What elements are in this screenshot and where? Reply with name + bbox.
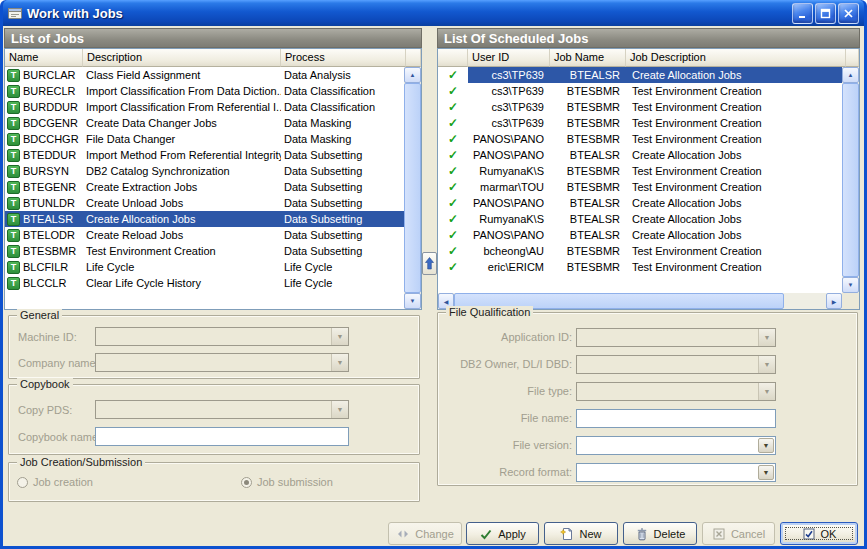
- file-type-combo: ▼: [576, 382, 776, 401]
- change-button: Change: [388, 522, 462, 545]
- jobs-table-row[interactable]: TBLCFILRLife CycleLife Cycle: [5, 259, 404, 275]
- apply-button[interactable]: Apply: [466, 522, 539, 545]
- scheduled-check-icon: ✓: [438, 227, 468, 243]
- scheduled-table-row[interactable]: ✓PANOS\PANOBTESBMRTest Environment Creat…: [438, 131, 842, 147]
- job-description-cell: Import Classification From Referential I…: [83, 99, 281, 115]
- app-icon: [7, 5, 23, 21]
- job-process-cell: Data Subsetting: [281, 243, 404, 259]
- scroll-down-icon[interactable]: ▼: [404, 293, 421, 309]
- jobs-table-row[interactable]: TBDCGENRCreate Data Changer JobsData Mas…: [5, 115, 404, 131]
- job-process-cell: Data Classification: [281, 83, 404, 99]
- chevron-down-icon[interactable]: ▼: [758, 465, 774, 480]
- scheduled-table-row[interactable]: ✓bcheong\AUBTESBMRTest Environment Creat…: [438, 243, 842, 259]
- scheduled-table-row[interactable]: ✓eric\ERICMBTESBMRTest Environment Creat…: [438, 259, 842, 275]
- jobs-table-row[interactable]: TBTEALSRCreate Allocation JobsData Subse…: [5, 211, 404, 227]
- delete-button-label: Delete: [654, 528, 686, 540]
- job-type-icon: T: [7, 101, 20, 114]
- scheduled-table-row[interactable]: ✓cs3\TP639BTEALSRCreate Allocation Jobs: [438, 67, 842, 83]
- job-creation-radio: Job creation: [17, 476, 93, 488]
- jobs-table-row[interactable]: TBURSYNDB2 Catalog SynchronizationData S…: [5, 163, 404, 179]
- new-button-label: New: [579, 528, 601, 540]
- jobs-table-row[interactable]: TBTEGENRCreate Extraction JobsData Subse…: [5, 179, 404, 195]
- job-name-cell: BTESBMR: [550, 115, 626, 131]
- title-bar[interactable]: Work with Jobs: [3, 0, 864, 26]
- job-process-cell: Data Masking: [281, 115, 404, 131]
- scheduled-table-row[interactable]: ✓cs3\TP639BTESBMRTest Environment Creati…: [438, 83, 842, 99]
- file-version-combo[interactable]: ▼: [576, 436, 776, 455]
- job-name-cell: TBTEGENR: [5, 179, 83, 195]
- minimize-icon: [797, 8, 808, 19]
- jobs-table-row[interactable]: TBURCLARClass Field AssignmentData Analy…: [5, 67, 404, 83]
- scheduled-table-row[interactable]: ✓marmar\TOUBTESBMRTest Environment Creat…: [438, 179, 842, 195]
- scheduled-jobs-header: List Of Scheduled Jobs: [437, 28, 860, 48]
- scheduled-jobs-title: List Of Scheduled Jobs: [444, 31, 588, 46]
- record-format-combo[interactable]: ▼: [576, 463, 776, 482]
- new-button[interactable]: New: [544, 522, 618, 545]
- scheduled-table-row[interactable]: ✓PANOS\PANOBTEALSRCreate Allocation Jobs: [438, 195, 842, 211]
- maximize-button[interactable]: [815, 3, 836, 24]
- scroll-down-icon[interactable]: ▼: [842, 277, 859, 293]
- job-name-cell: TBLCFILR: [5, 259, 83, 275]
- scheduled-table-row[interactable]: ✓RumyanaK\SBTEALSRCreate Allocation Jobs: [438, 211, 842, 227]
- user-id-cell: cs3\TP639: [468, 83, 550, 99]
- work-with-jobs-window: Work with Jobs List of Jobs List Of Sche…: [0, 0, 867, 549]
- scheduled-check-icon: ✓: [438, 147, 468, 163]
- jobs-table-row[interactable]: TBTESBMRTest Environment CreationData Su…: [5, 243, 404, 259]
- column-header-process[interactable]: Process: [281, 49, 406, 67]
- schedule-job-button[interactable]: [422, 252, 437, 275]
- job-description-cell: Import Method From Referential Integrity: [83, 147, 281, 163]
- job-description-cell: DB2 Catalog Synchronization: [83, 163, 281, 179]
- ok-button[interactable]: OK: [780, 522, 858, 545]
- column-header-name[interactable]: Name: [5, 49, 83, 67]
- scheduled-table-row[interactable]: ✓cs3\TP639BTESBMRTest Environment Creati…: [438, 99, 842, 115]
- job-type-icon: T: [7, 181, 20, 194]
- scroll-up-icon[interactable]: ▲: [842, 67, 859, 83]
- scroll-thumb[interactable]: [842, 83, 859, 277]
- jobs-table-row[interactable]: TBURDDURImport Classification From Refer…: [5, 99, 404, 115]
- scroll-up-icon[interactable]: ▲: [404, 67, 421, 83]
- company-name-label: Company name:: [18, 357, 99, 369]
- scheduled-table-row[interactable]: ✓RumyanaK\SBTESBMRTest Environment Creat…: [438, 163, 842, 179]
- column-header-user-id[interactable]: User ID: [468, 49, 550, 67]
- jobs-table-row[interactable]: TBTELODRCreate Reload JobsData Subsettin…: [5, 227, 404, 243]
- column-header-description[interactable]: Description: [83, 49, 281, 67]
- copybook-name-input[interactable]: [95, 427, 349, 446]
- column-header-job-name[interactable]: Job Name: [550, 49, 626, 67]
- jobs-table-row[interactable]: TBLCCLRClear Life Cycle HistoryLife Cycl…: [5, 275, 404, 291]
- job-mode-group: Job Creation/Submission Job creation Job…: [8, 462, 420, 502]
- jobs-table-row[interactable]: TBDCCHGRFile Data ChangerData Masking: [5, 131, 404, 147]
- job-name-cell: TBDCGENR: [5, 115, 83, 131]
- job-name-cell: TBTEALSR: [5, 211, 83, 227]
- job-name-cell: TBTELODR: [5, 227, 83, 243]
- scroll-right-icon[interactable]: ▶: [826, 293, 842, 309]
- column-header-job-description[interactable]: Job Description: [626, 49, 846, 67]
- minimize-button[interactable]: [792, 3, 813, 24]
- jobs-vertical-scrollbar[interactable]: ▲ ▼: [404, 67, 421, 309]
- db2-owner-label: DB2 Owner, DL/I DBD:: [442, 358, 572, 370]
- job-name-cell: TBURSYN: [5, 163, 83, 179]
- scheduled-table-row[interactable]: ✓PANOS\PANOBTEALSRCreate Allocation Jobs: [438, 147, 842, 163]
- column-header-status[interactable]: [438, 49, 468, 67]
- close-button[interactable]: [838, 3, 859, 24]
- job-description-cell: Test Environment Creation: [83, 243, 281, 259]
- scheduled-table-row[interactable]: ✓PANOS\PANOBTEALSRCreate Allocation Jobs: [438, 227, 842, 243]
- apply-icon: [479, 527, 493, 541]
- scheduled-vertical-scrollbar[interactable]: ▲ ▼: [842, 67, 859, 293]
- job-name-text: BURCLAR: [23, 67, 76, 83]
- delete-button[interactable]: Delete: [623, 522, 697, 545]
- jobs-table-row[interactable]: TBURECLRImport Classification From Data …: [5, 83, 404, 99]
- company-name-combo: ▼: [95, 353, 349, 372]
- apply-button-label: Apply: [498, 528, 526, 540]
- scroll-thumb[interactable]: [404, 83, 421, 293]
- chevron-down-icon[interactable]: ▼: [758, 438, 774, 453]
- scroll-track[interactable]: [784, 293, 826, 309]
- jobs-table-row[interactable]: TBTUNLDRCreate Unload JobsData Subsettin…: [5, 195, 404, 211]
- scheduled-table-row[interactable]: ✓cs3\TP639BTESBMRTest Environment Creati…: [438, 115, 842, 131]
- jobs-table-row[interactable]: TBTEDDURImport Method From Referential I…: [5, 147, 404, 163]
- machine-id-combo: ▼: [95, 327, 349, 346]
- job-name-cell: BTESBMR: [550, 83, 626, 99]
- scheduled-check-icon: ✓: [438, 83, 468, 99]
- job-name-text: BTEDDUR: [23, 147, 76, 163]
- file-name-input[interactable]: [576, 409, 776, 428]
- record-format-value: [577, 464, 757, 481]
